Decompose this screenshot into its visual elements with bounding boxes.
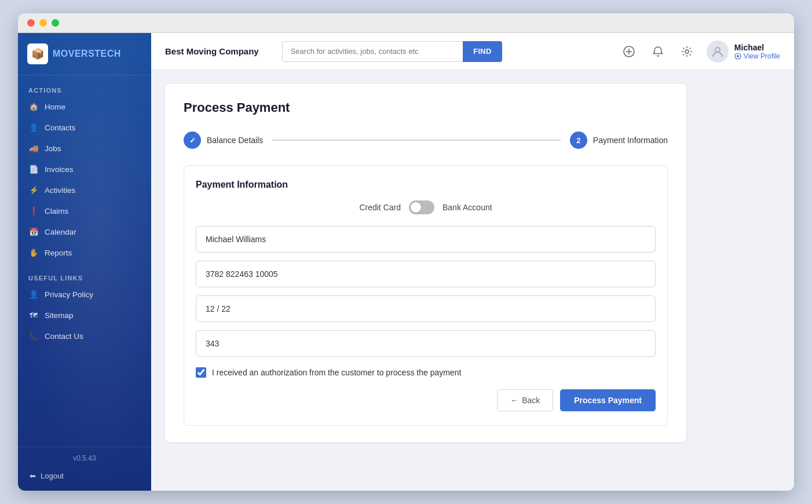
svg-point-4 bbox=[715, 48, 720, 52]
sidebar-item-home-label: Home bbox=[45, 103, 65, 111]
logo-text: MOVERSTECH bbox=[53, 49, 121, 59]
sidebar-item-calendar[interactable]: 📅 Calendar bbox=[18, 221, 151, 242]
step-line bbox=[272, 140, 561, 141]
payment-box: Payment Information Credit Card Bank Acc… bbox=[184, 165, 668, 426]
sidebar-footer: v0.5.43 ⬅ Logout bbox=[18, 447, 151, 491]
sidebar-item-privacy-label: Privacy Policy bbox=[45, 290, 93, 299]
sidebar-item-home[interactable]: 🏠 Home bbox=[18, 96, 151, 117]
user-menu[interactable]: Michael View Profile bbox=[707, 41, 780, 63]
search-input[interactable] bbox=[282, 41, 463, 62]
step-2-circle: 2 bbox=[570, 132, 587, 149]
auth-checkbox[interactable] bbox=[196, 367, 206, 378]
sidebar-item-reports-label: Reports bbox=[45, 249, 72, 257]
payment-type-toggle-row: Credit Card Bank Account bbox=[196, 200, 656, 214]
payment-type-toggle[interactable] bbox=[409, 200, 434, 214]
sidebar-item-contacts[interactable]: 👤 Contacts bbox=[18, 117, 151, 138]
stepper: Balance Details 2 Payment Information bbox=[184, 132, 668, 149]
sidebar: 📦 MOVERSTECH ACTIONS 🏠 Home 👤 Contacts 🚚 bbox=[18, 33, 151, 491]
sidebar-nav: ACTIONS 🏠 Home 👤 Contacts 🚚 Jobs 📄 Invoi… bbox=[18, 75, 151, 447]
logout-icon: ⬅ bbox=[30, 472, 36, 480]
sidebar-item-sitemap-label: Sitemap bbox=[45, 311, 74, 320]
add-button[interactable] bbox=[620, 42, 638, 61]
sidebar-item-activities-label: Activities bbox=[45, 186, 75, 195]
svg-point-3 bbox=[685, 50, 689, 53]
search-wrap: FIND bbox=[282, 41, 502, 62]
main-area: Best Moving Company FIND bbox=[151, 33, 794, 491]
sidebar-item-contacts-label: Contacts bbox=[45, 123, 75, 132]
page-card: Process Payment Balance Details 2 Paymen… bbox=[165, 84, 686, 442]
logout-button[interactable]: ⬅ Logout bbox=[27, 468, 142, 484]
contact-us-icon: 📞 bbox=[28, 331, 39, 341]
user-info: Michael View Profile bbox=[734, 43, 780, 60]
process-payment-button[interactable]: Process Payment bbox=[560, 389, 656, 411]
sidebar-item-invoices-label: Invoices bbox=[45, 165, 74, 174]
payment-info-title: Payment Information bbox=[196, 180, 656, 190]
step-1-label: Balance Details bbox=[207, 136, 263, 145]
version-text: v0.5.43 bbox=[27, 454, 142, 462]
traffic-light-yellow[interactable] bbox=[39, 19, 47, 27]
sidebar-item-sitemap[interactable]: 🗺 Sitemap bbox=[18, 305, 151, 326]
logout-label: Logout bbox=[41, 472, 64, 480]
cardholder-name-input[interactable] bbox=[196, 226, 656, 253]
step-1: Balance Details bbox=[184, 132, 263, 149]
notifications-button[interactable] bbox=[649, 42, 667, 61]
sidebar-item-privacy[interactable]: 👤 Privacy Policy bbox=[18, 284, 151, 305]
step-2: 2 Payment Information bbox=[570, 132, 668, 149]
back-arrow-icon: ← bbox=[510, 396, 518, 405]
sidebar-item-calendar-label: Calendar bbox=[45, 228, 76, 236]
username: Michael bbox=[734, 43, 780, 52]
card-number-input[interactable] bbox=[196, 261, 656, 287]
sidebar-logo: 📦 MOVERSTECH bbox=[18, 33, 151, 75]
invoices-icon: 📄 bbox=[28, 164, 39, 174]
content-area: Process Payment Balance Details 2 Paymen… bbox=[151, 70, 794, 491]
sidebar-item-jobs[interactable]: 🚚 Jobs bbox=[18, 138, 151, 159]
expiry-input[interactable] bbox=[196, 295, 656, 322]
sidebar-item-reports[interactable]: ✋ Reports bbox=[18, 242, 151, 263]
avatar bbox=[707, 41, 729, 63]
actions-section-label: ACTIONS bbox=[18, 82, 151, 96]
page-title: Process Payment bbox=[184, 100, 668, 115]
credit-card-label: Credit Card bbox=[359, 203, 401, 212]
traffic-light-red[interactable] bbox=[27, 19, 35, 27]
back-button[interactable]: ← Back bbox=[497, 389, 553, 411]
logo-icon: 📦 bbox=[27, 43, 48, 64]
useful-links-section-label: USEFUL LINKS bbox=[18, 270, 151, 284]
topbar: Best Moving Company FIND bbox=[151, 33, 794, 70]
sidebar-item-claims-label: Claims bbox=[45, 207, 68, 216]
browser-window: 📦 MOVERSTECH ACTIONS 🏠 Home 👤 Contacts 🚚 bbox=[18, 13, 794, 491]
privacy-icon: 👤 bbox=[28, 289, 39, 300]
calendar-icon: 📅 bbox=[28, 227, 39, 237]
sidebar-item-claims[interactable]: ❗ Claims bbox=[18, 200, 151, 221]
actions-row: ← Back Process Payment bbox=[196, 389, 656, 411]
sidebar-item-activities[interactable]: ⚡ Activities bbox=[18, 180, 151, 200]
sidebar-item-invoices[interactable]: 📄 Invoices bbox=[18, 159, 151, 180]
browser-chrome bbox=[18, 13, 794, 33]
cvv-input[interactable] bbox=[196, 330, 656, 357]
company-name: Best Moving Company bbox=[165, 46, 259, 56]
reports-icon: ✋ bbox=[28, 247, 39, 258]
topbar-actions: Michael View Profile bbox=[620, 41, 780, 63]
settings-button[interactable] bbox=[678, 42, 696, 61]
home-icon: 🏠 bbox=[28, 101, 39, 112]
sitemap-icon: 🗺 bbox=[28, 310, 39, 320]
sidebar-item-contact-us-label: Contact Us bbox=[45, 332, 83, 341]
step-1-circle bbox=[184, 132, 201, 149]
traffic-light-green[interactable] bbox=[52, 19, 59, 27]
step-2-label: Payment Information bbox=[593, 136, 668, 145]
auth-label: I received an authorization from the cus… bbox=[212, 368, 461, 377]
bank-account-label: Bank Account bbox=[442, 203, 492, 212]
auth-row: I received an authorization from the cus… bbox=[196, 367, 656, 378]
activities-icon: ⚡ bbox=[28, 185, 39, 195]
sidebar-item-contact-us[interactable]: 📞 Contact Us bbox=[18, 326, 151, 346]
view-profile-link[interactable]: View Profile bbox=[734, 52, 780, 60]
contacts-icon: 👤 bbox=[28, 122, 39, 133]
jobs-icon: 🚚 bbox=[28, 143, 39, 154]
svg-point-6 bbox=[737, 55, 739, 57]
app-layout: 📦 MOVERSTECH ACTIONS 🏠 Home 👤 Contacts 🚚 bbox=[18, 33, 794, 491]
claims-icon: ❗ bbox=[28, 206, 39, 216]
find-button[interactable]: FIND bbox=[463, 41, 502, 62]
sidebar-item-jobs-label: Jobs bbox=[45, 144, 61, 153]
